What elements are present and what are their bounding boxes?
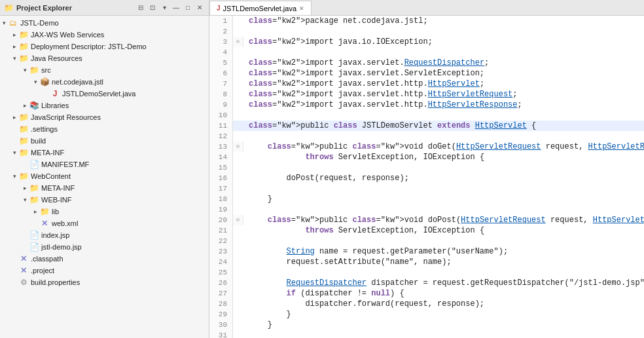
close-icon[interactable]: ✕ (194, 3, 205, 13)
tree-arrow-net-codejava-jstl[interactable]: ▾ (31, 79, 39, 85)
tree-arrow-web-inf[interactable]: ▾ (21, 197, 29, 203)
line-content-28: dispatcher.forward(request, response); (243, 299, 484, 309)
view-menu-icon[interactable]: ▾ (159, 3, 170, 13)
tree-item-settings[interactable]: 📁.settings (0, 123, 209, 135)
tree-arrow-meta-inf-web[interactable]: ▸ (21, 185, 29, 191)
tree-file-icon-javascript-resources: 📁 (18, 112, 29, 122)
line-number-30: 30 (209, 320, 233, 330)
tree-arrow-java-resources[interactable]: ▾ (10, 55, 18, 62)
tree-arrow-deployment[interactable]: ▸ (10, 43, 18, 50)
code-line-26: 26 RequestDispatcher dispatcher = reques… (209, 278, 644, 288)
tree-arrow-libraries[interactable]: ▸ (21, 102, 29, 109)
tree-file-icon-jax-ws: 📁 (18, 29, 29, 40)
code-line-25: 25 (209, 267, 644, 278)
tree-item-webcontent[interactable]: ▾📁WebContent (0, 170, 209, 182)
tree-file-icon-build-properties: ⚙ (18, 277, 29, 288)
tree-item-jstl-demo-root[interactable]: ▾🗂JSTL-Demo (0, 17, 209, 29)
line-number-26: 26 (209, 278, 233, 288)
tree-label-lib: lib (52, 208, 59, 216)
tree-item-web-xml[interactable]: ✕web.xml (0, 217, 209, 229)
link-editor-icon[interactable]: ⊡ (147, 3, 158, 13)
tree-item-build-properties[interactable]: ⚙build.properties (0, 276, 209, 288)
java-file-icon: J (217, 5, 221, 12)
line-content-30: } (243, 320, 272, 330)
editor-tab-servlet[interactable]: J JSTLDemoServlet.java ✕ (209, 1, 312, 15)
tab-label: JSTLDemoServlet.java (223, 5, 297, 12)
panel-title: Project Explorer (16, 4, 133, 12)
tree-item-classpath[interactable]: ✕.classpath (0, 253, 209, 265)
code-line-11: 11class="kw">public class JSTLDemoServle… (209, 121, 644, 131)
tree-file-icon-classpath: ✕ (18, 254, 29, 264)
tree-item-lib[interactable]: ▸📁lib (0, 206, 209, 217)
tree-arrow-webcontent[interactable]: ▾ (10, 173, 18, 179)
tree-arrow-javascript-resources[interactable]: ▸ (10, 114, 18, 121)
tree-label-libraries: Libraries (41, 102, 69, 109)
tree-file-icon-jstl-demo-root: 🗂 (8, 18, 18, 28)
line-number-19: 19 (209, 204, 233, 215)
tree-item-manifest[interactable]: 📄MANIFEST.MF (0, 159, 209, 170)
tree-arrow-meta-inf[interactable]: ▾ (10, 149, 18, 156)
line-content-16: doPost(request, response); (243, 173, 409, 183)
code-editor[interactable]: 1class="kw2">package net.codejava.jstl;2… (209, 16, 644, 338)
minimize-icon[interactable]: — (171, 3, 181, 13)
tree-arrow-lib[interactable]: ▸ (31, 208, 39, 215)
code-line-1: 1class="kw2">package net.codejava.jstl; (209, 16, 644, 26)
project-explorer-icon: 📁 (4, 3, 14, 12)
tree-item-jax-ws[interactable]: ▸📁JAX-WS Web Services (0, 29, 209, 41)
code-line-8: 8class="kw2">import javax.servlet.http.H… (209, 89, 644, 100)
gutter-collapse-icon[interactable]: ⊖ (236, 215, 240, 225)
line-number-15: 15 (209, 162, 233, 173)
tree-item-jstldemoservlet-java[interactable]: JJSTLDemoServlet.java (0, 88, 209, 100)
tree-item-meta-inf-web[interactable]: ▸📁META-INF (0, 182, 209, 194)
line-content-6: class="kw2">import javax.servlet.Servlet… (243, 68, 484, 79)
line-gutter-3[interactable]: ⊖ (233, 37, 243, 47)
code-line-31: 31 (209, 330, 644, 338)
line-content-8: class="kw2">import javax.servlet.http.Ht… (243, 89, 517, 100)
tree-arrow-jax-ws[interactable]: ▸ (10, 31, 18, 38)
maximize-icon[interactable]: □ (183, 3, 193, 13)
code-line-12: 12 (209, 131, 644, 141)
line-gutter-20[interactable]: ⊖ (233, 215, 243, 225)
code-line-28: 28 dispatcher.forward(request, response)… (209, 299, 644, 309)
line-number-5: 5 (209, 58, 233, 68)
tree-label-settings: .settings (31, 125, 58, 133)
line-content-11: class="kw">public class JSTLDemoServlet … (243, 121, 536, 131)
line-number-6: 6 (209, 68, 233, 79)
tree-item-net-codejava-jstl[interactable]: ▾📦net.codejava.jstl (0, 76, 209, 88)
tree-label-src: src (41, 66, 51, 74)
line-gutter-13[interactable]: ⊖ (233, 141, 243, 152)
line-number-22: 22 (209, 236, 233, 246)
tree-item-project-file[interactable]: ✕.project (0, 265, 209, 276)
tree-file-icon-project-file: ✕ (18, 265, 29, 276)
tree-item-java-resources[interactable]: ▾📁Java Resources (0, 52, 209, 64)
line-content-27: if (dispatcher != null) { (243, 288, 404, 299)
tab-close-button[interactable]: ✕ (299, 5, 304, 12)
tree-file-icon-jstl-demo-jsp: 📄 (29, 242, 39, 252)
tree-item-index-jsp[interactable]: 📄index.jsp (0, 229, 209, 241)
tree-item-src[interactable]: ▾📁src (0, 64, 209, 76)
line-number-1: 1 (209, 16, 233, 26)
tree-item-web-inf[interactable]: ▾📁WEB-INF (0, 194, 209, 206)
tree-label-jax-ws: JAX-WS Web Services (31, 31, 104, 39)
line-number-12: 12 (209, 131, 233, 141)
collapse-all-icon[interactable]: ⊟ (135, 3, 146, 13)
gutter-collapse-icon[interactable]: ⊖ (236, 141, 240, 152)
line-number-4: 4 (209, 47, 233, 58)
tree-arrow-src[interactable]: ▾ (21, 67, 29, 73)
code-line-17: 17 (209, 183, 644, 194)
tree-item-meta-inf[interactable]: ▾📁META-INF (0, 147, 209, 159)
tree-item-libraries[interactable]: ▸📚Libraries (0, 100, 209, 111)
line-number-25: 25 (209, 267, 233, 278)
tree-arrow-jstl-demo-root[interactable]: ▾ (0, 20, 8, 26)
tree-item-jstl-demo-jsp[interactable]: 📄jstl-demo.jsp (0, 241, 209, 253)
tree-file-icon-build-folder: 📁 (18, 136, 29, 146)
tree-item-deployment[interactable]: ▸📁Deployment Descriptor: JSTL-Demo (0, 41, 209, 52)
line-number-11: 11 (209, 121, 233, 131)
tree-file-icon-libraries: 📚 (29, 100, 39, 111)
tree-item-javascript-resources[interactable]: ▸📁JavaScript Resources (0, 111, 209, 123)
gutter-collapse-icon[interactable]: ⊖ (236, 37, 240, 47)
tree-item-build-folder[interactable]: 📁build (0, 135, 209, 147)
line-content-29: } (243, 309, 291, 320)
tree-file-icon-jstldemoservlet-java: J (50, 88, 60, 99)
editor-tabs: J JSTLDemoServlet.java ✕ (209, 0, 644, 16)
